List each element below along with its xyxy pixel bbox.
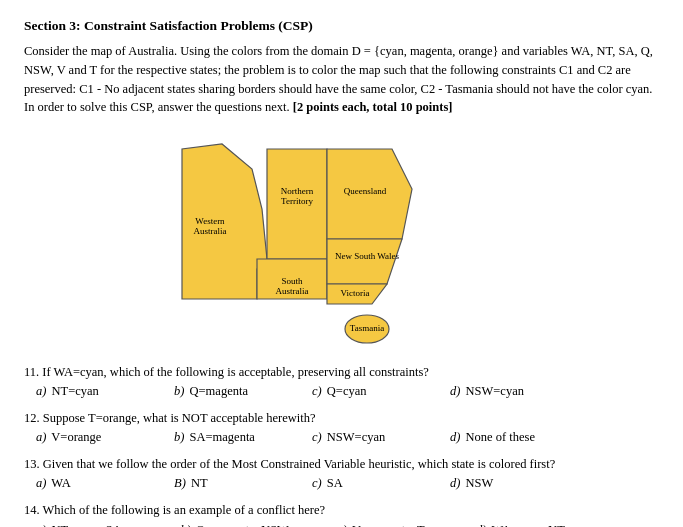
q12-option-a: a) V=orange [36, 430, 156, 445]
question-11-stem: 11. If WA=cyan, which of the following i… [24, 363, 659, 381]
question-14-options: a) NT=cyan; SA=orange b) Q=magenta; NSW=… [24, 523, 659, 528]
svg-marker-4 [327, 239, 402, 284]
q12-text: Suppose T=orange, what is NOT acceptable… [43, 411, 316, 425]
question-11-options: a) NT=cyan b) Q=magenta c) Q=cyan d) NSW… [24, 384, 659, 399]
q13-option-c: c) SA [312, 476, 432, 491]
questions-block: 11. If WA=cyan, which of the following i… [24, 363, 659, 527]
q11-text: If WA=cyan, which of the following is ac… [42, 365, 429, 379]
question-14-stem: 14. Which of the following is an example… [24, 501, 659, 519]
map-svg: Western Australia Northern Territory Sou… [172, 129, 512, 349]
svg-text:Tasmania: Tasmania [349, 323, 383, 333]
question-12-stem: 12. Suppose T=orange, what is NOT accept… [24, 409, 659, 427]
q11-number: 11. [24, 365, 39, 379]
q13-option-b: B) NT [174, 476, 294, 491]
q14-option-b: b) Q=magenta; NSW=cyan [181, 523, 320, 528]
question-12: 12. Suppose T=orange, what is NOT accept… [24, 409, 659, 445]
q12-option-c: c) NSW=cyan [312, 430, 432, 445]
svg-text:Australia: Australia [275, 286, 308, 296]
q13-option-a: a) WA [36, 476, 156, 491]
question-13-options: a) WA B) NT c) SA d) NSW [24, 476, 659, 491]
question-11: 11. If WA=cyan, which of the following i… [24, 363, 659, 399]
intro-paragraph: Consider the map of Australia. Using the… [24, 42, 659, 117]
points-note: [2 points each, total 10 points] [293, 100, 453, 114]
q11-option-c: c) Q=cyan [312, 384, 432, 399]
australia-map-container: Western Australia Northern Territory Sou… [24, 129, 659, 349]
q11-option-d: d) NSW=cyan [450, 384, 570, 399]
q14-text: Which of the following is an example of … [43, 503, 326, 517]
question-13-stem: 13. Given that we follow the order of th… [24, 455, 659, 473]
q14-option-c: c) V=magenta; T =cyan [337, 523, 458, 528]
q12-number: 12. [24, 411, 40, 425]
q13-number: 13. [24, 457, 40, 471]
question-14: 14. Which of the following is an example… [24, 501, 659, 527]
question-12-options: a) V=orange b) SA=magenta c) NSW=cyan d)… [24, 430, 659, 445]
svg-text:Victoria: Victoria [340, 288, 369, 298]
q11-option-b: b) Q=magenta [174, 384, 294, 399]
q12-option-b: b) SA=magenta [174, 430, 294, 445]
svg-text:Western: Western [195, 216, 225, 226]
section-title: Section 3: Constraint Satisfaction Probl… [24, 18, 659, 34]
question-13: 13. Given that we follow the order of th… [24, 455, 659, 491]
q13-text: Given that we follow the order of the Mo… [43, 457, 555, 471]
svg-text:Australia: Australia [193, 226, 226, 236]
q12-option-d: d) None of these [450, 430, 570, 445]
q14-option-d: d) WA=cyan; NT=orange [476, 523, 606, 528]
q14-option-a: a) NT=cyan; SA=orange [36, 523, 163, 528]
svg-text:Territory: Territory [281, 196, 313, 206]
australia-map: Western Australia Northern Territory Sou… [172, 129, 512, 349]
svg-text:New South Wales: New South Wales [334, 251, 399, 261]
q14-number: 14. [24, 503, 40, 517]
q13-option-d: d) NSW [450, 476, 570, 491]
svg-text:Queensland: Queensland [343, 186, 386, 196]
q11-option-a: a) NT=cyan [36, 384, 156, 399]
svg-text:Northern: Northern [280, 186, 313, 196]
svg-text:South: South [281, 276, 303, 286]
